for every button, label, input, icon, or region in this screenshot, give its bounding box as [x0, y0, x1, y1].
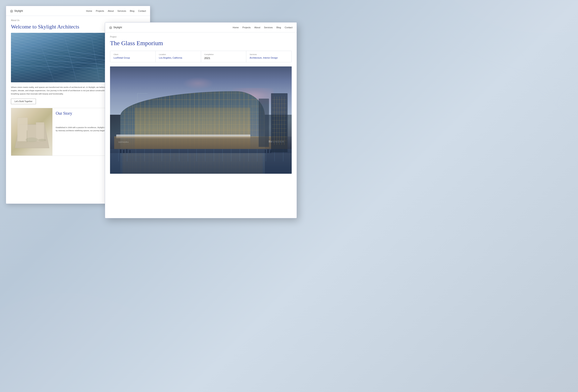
meta-completion-label: Completion: [204, 53, 243, 55]
breadcrumb-glass: Project: [110, 36, 292, 38]
nav-about: Skylight Home Projects About Services Bl…: [6, 6, 150, 16]
logo-glass[interactable]: Skylight: [109, 26, 122, 29]
nav-projects-about[interactable]: Projects: [96, 10, 104, 12]
nav-contact-about[interactable]: Contact: [138, 10, 146, 12]
brand-sign: SEPHORA: [118, 141, 129, 143]
logo-text-about: Skylight: [14, 9, 23, 12]
nav-services-about[interactable]: Services: [117, 10, 126, 12]
svg-rect-2: [110, 27, 112, 29]
meta-completion-value: 2021: [204, 56, 243, 60]
nav-about-about[interactable]: About: [108, 10, 114, 12]
meta-services: Services Architecture, Interior Design: [246, 51, 291, 62]
project-hero-image: THUNDER SEPHORA: [110, 66, 292, 174]
nav-home-glass[interactable]: Home: [233, 26, 239, 29]
cta-button-about[interactable]: Let's Build Together: [11, 99, 36, 104]
meta-services-value: Architecture, Interior Design: [249, 56, 288, 59]
meta-client: Client LuxRetail Group: [110, 51, 156, 62]
svg-rect-0: [10, 11, 13, 12]
meta-location: Location Los Angeles, California: [156, 51, 201, 62]
glass-content: Project The Glass Emporium Client LuxRet…: [105, 32, 297, 177]
svg-rect-3: [110, 28, 111, 29]
logo-about[interactable]: Skylight: [10, 9, 23, 12]
window-glass-emporium: Skylight Home Projects About Services Bl…: [105, 22, 297, 218]
nav-glass: Skylight Home Projects About Services Bl…: [105, 22, 297, 32]
nav-links-about: Home Projects About Services Blog Contac…: [86, 10, 146, 12]
nav-home-about[interactable]: Home: [86, 10, 92, 12]
nav-projects-glass[interactable]: Projects: [242, 26, 251, 29]
nav-services-glass[interactable]: Services: [264, 26, 273, 29]
nav-links-glass: Home Projects About Services Blog Contac…: [233, 26, 292, 29]
project-meta: Client LuxRetail Group Location Los Ange…: [110, 51, 292, 62]
project-title: The Glass Emporium: [110, 40, 292, 47]
meta-services-label: Services: [249, 53, 288, 55]
nav-contact-glass[interactable]: Contact: [285, 26, 292, 29]
meta-location-label: Location: [159, 53, 197, 55]
meta-client-value: LuxRetail Group: [113, 56, 152, 59]
meta-client-label: Client: [113, 53, 152, 55]
nav-blog-about[interactable]: Blog: [130, 10, 134, 12]
nav-blog-glass[interactable]: Blog: [276, 26, 281, 29]
nav-about-glass[interactable]: About: [254, 26, 260, 29]
logo-text-glass: Skylight: [113, 26, 122, 29]
breadcrumb-about: About Us: [11, 19, 145, 21]
svg-rect-1: [11, 11, 12, 12]
story-image: [11, 108, 52, 156]
meta-completion: Completion 2021: [201, 51, 246, 62]
meta-location-value: Los Angeles, California: [159, 56, 197, 59]
